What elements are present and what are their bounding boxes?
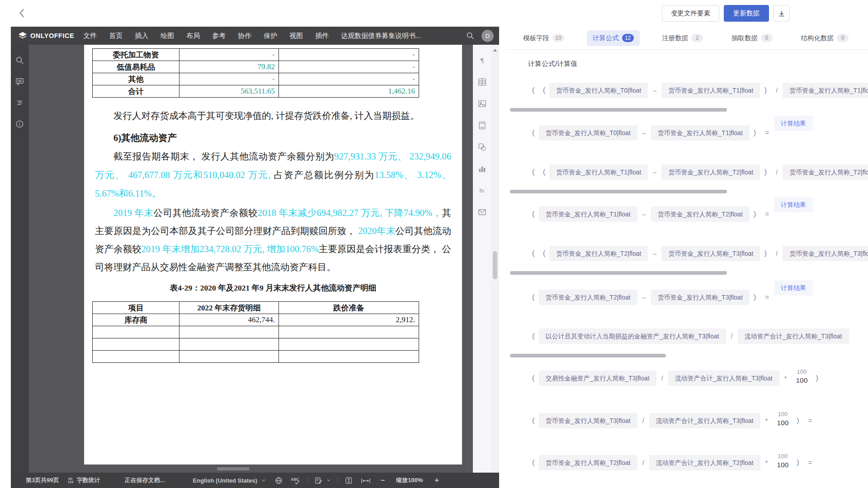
paragraph-inventory-provision: 发行人对存货成本高于其可变现净值的, 计提存货跌价准备, 计入当期损益。: [95, 107, 451, 125]
table-cell: [279, 326, 419, 338]
formula-horizontal-scrollbar[interactable]: [510, 354, 666, 357]
comments-icon[interactable]: [15, 77, 24, 86]
field-chip[interactable]: 货币资金_发行人简称_T2|float: [783, 164, 868, 180]
document-page[interactable]: 委托加工物资--低值易耗品79.82-其他--合计563,511.651,462…: [84, 45, 462, 465]
menu-item-2[interactable]: 插入: [135, 32, 148, 40]
chart-settings-icon[interactable]: [477, 164, 487, 174]
field-chip[interactable]: 货币资金_发行人简称_T3|float: [651, 290, 750, 305]
field-chip[interactable]: 货币资金_发行人简称_T2|float: [539, 290, 637, 305]
tab-count-badge: 0: [761, 34, 773, 42]
field-chip[interactable]: 货币资金_发行人简称_T3|float: [539, 413, 637, 428]
panel-tab-2[interactable]: 注册数据2: [656, 30, 709, 46]
formula-horizontal-scrollbar[interactable]: [510, 271, 727, 275]
track-changes-button[interactable]: [315, 477, 331, 484]
back-button[interactable]: [15, 6, 29, 20]
menu-item-8[interactable]: 视图: [289, 32, 303, 40]
formula-row-1: (货币资金_发行人简称_T0|float–货币资金_发行人简称_T1|float…: [528, 125, 868, 141]
fraction-numerator: 100: [778, 453, 788, 460]
menu-item-1[interactable]: 首页: [109, 32, 123, 40]
panel-tab-3[interactable]: 抽取数据0: [726, 30, 778, 46]
menu-item-5[interactable]: 参考: [212, 32, 226, 40]
scrollbar-thumb[interactable]: [493, 251, 497, 279]
fit-width-button[interactable]: [361, 477, 371, 484]
result-chip[interactable]: 计算结果: [774, 280, 813, 296]
field-chip[interactable]: 货币资金_发行人简称_T3|float: [661, 246, 760, 261]
field-chip[interactable]: 货币资金_发行人简称_T1|float: [549, 164, 648, 180]
table-settings-icon[interactable]: [477, 77, 487, 87]
result-chip[interactable]: 计算结果: [774, 116, 813, 131]
zoom-in-button[interactable]: +: [434, 476, 439, 484]
field-chip[interactable]: 货币资金_发行人简称_T1|float: [783, 83, 868, 98]
field-chip[interactable]: 货币资金_发行人简称_T3|float: [783, 246, 868, 261]
formula-horizontal-scrollbar[interactable]: [510, 190, 727, 193]
result-chip[interactable]: 计算结果: [774, 197, 813, 212]
panel-tabs: 模板字段10计算公式12注册数据2抽取数据0结构化数据0: [505, 27, 868, 49]
menu-item-7[interactable]: 保护: [264, 32, 277, 40]
shape-settings-icon[interactable]: [477, 142, 487, 152]
field-chip[interactable]: 以公计且其变动计入当期损益的金融资产_发行人简称_T3|float: [539, 328, 726, 344]
fraction-denominator: 100: [777, 419, 788, 427]
download-icon: [778, 10, 785, 17]
panel-tab-4[interactable]: 结构化数据0: [795, 30, 855, 46]
field-chip[interactable]: 流动资产合计_发行人简称_T3|float: [649, 413, 760, 428]
scroll-up-icon[interactable]: [492, 47, 498, 53]
field-chip[interactable]: 货币资金_发行人简称_T2|float: [549, 246, 648, 261]
formula-row-3: (货币资金_发行人简称_T1|float–货币资金_发行人简称_T2|float…: [528, 206, 868, 222]
avatar[interactable]: D: [481, 30, 494, 42]
field-chip[interactable]: 货币资金_发行人简称_T1|float: [539, 206, 637, 222]
download-button[interactable]: [774, 5, 790, 22]
word-count-button[interactable]: 123 字数统计: [66, 476, 100, 484]
search-icon[interactable]: [466, 31, 475, 40]
menubar-right: D: [466, 30, 499, 42]
app-root: 变更文件要素 更新数据 ONLYOFFICE 文件首页插入绘图布局参考协作保护视…: [0, 0, 868, 488]
divider: [338, 477, 338, 484]
field-chip[interactable]: 货币资金_发行人简称_T0|float: [539, 125, 637, 141]
panel-tab-0[interactable]: 模板字段10: [517, 30, 570, 46]
page-indicator[interactable]: 第3页共99页: [26, 476, 59, 484]
change-file-elements-button[interactable]: 变更文件要素: [662, 5, 719, 22]
navigation-icon[interactable]: [15, 98, 24, 108]
menu-item-10[interactable]: 达观数据债券募集说明书...: [341, 32, 421, 40]
field-chip[interactable]: 货币资金_发行人简称_T1|float: [661, 83, 760, 98]
paragraph-settings-icon[interactable]: ¶: [477, 56, 487, 65]
menu-item-3[interactable]: 绘图: [160, 32, 174, 40]
tab-label: 注册数据: [662, 34, 688, 42]
operator: –: [642, 294, 646, 301]
tab-count-badge: 12: [622, 34, 634, 42]
spellcheck-language-button[interactable]: [275, 477, 283, 484]
field-chip[interactable]: 货币资金_发行人简称_T2|float: [651, 206, 750, 222]
chevron-left-icon: [15, 6, 29, 20]
operator: /: [661, 375, 663, 382]
fit-page-button[interactable]: [345, 477, 353, 484]
update-data-button[interactable]: 更新数据: [724, 5, 769, 22]
field-chip[interactable]: 货币资金_发行人简称_T2|float: [539, 455, 637, 470]
headers-settings-icon[interactable]: [477, 121, 487, 130]
menu-item-6[interactable]: 协作: [238, 32, 251, 40]
vertical-scrollbar[interactable]: [491, 45, 499, 473]
field-chip[interactable]: 货币资金_发行人简称_T1|float: [651, 125, 750, 141]
spellcheck-button[interactable]: ABC: [291, 477, 301, 484]
textart-settings-icon[interactable]: Ta: [477, 186, 487, 195]
horizontal-scrollbar[interactable]: [217, 467, 250, 470]
zoom-out-button[interactable]: −: [381, 476, 385, 484]
language-selector[interactable]: English (United States): [193, 477, 266, 484]
menu-item-4[interactable]: 布局: [186, 32, 200, 40]
about-icon[interactable]: [15, 119, 24, 129]
field-chip[interactable]: 货币资金_发行人简称_T2|float: [661, 164, 760, 180]
search-icon[interactable]: [15, 56, 24, 65]
image-settings-icon[interactable]: [477, 99, 487, 108]
field-chip[interactable]: 交易性金融资产_发行人简称_T3|float: [539, 371, 656, 386]
onlyoffice-logo: ONLYOFFICE: [11, 32, 83, 40]
menu-item-0[interactable]: 文件: [83, 32, 97, 40]
field-chip[interactable]: 货币资金_发行人简称_T0|float: [549, 83, 648, 98]
zoom-level: 缩放100%: [396, 476, 423, 484]
field-chip[interactable]: 流动资产合计_发行人简称_T3|float: [668, 371, 779, 386]
formula-horizontal-scrollbar[interactable]: [510, 108, 727, 112]
field-chip[interactable]: 流动资产合计_发行人简称_T2|float: [649, 455, 760, 470]
saving-status: 正在保存文档...: [125, 476, 165, 484]
word-count-icon: 123: [66, 477, 74, 484]
menu-item-9[interactable]: 插件: [315, 32, 329, 40]
field-chip[interactable]: 流动资产合计_发行人简称_T3|float: [738, 328, 849, 344]
mail-settings-icon[interactable]: [477, 207, 487, 217]
panel-tab-1[interactable]: 计算公式12: [587, 30, 640, 46]
